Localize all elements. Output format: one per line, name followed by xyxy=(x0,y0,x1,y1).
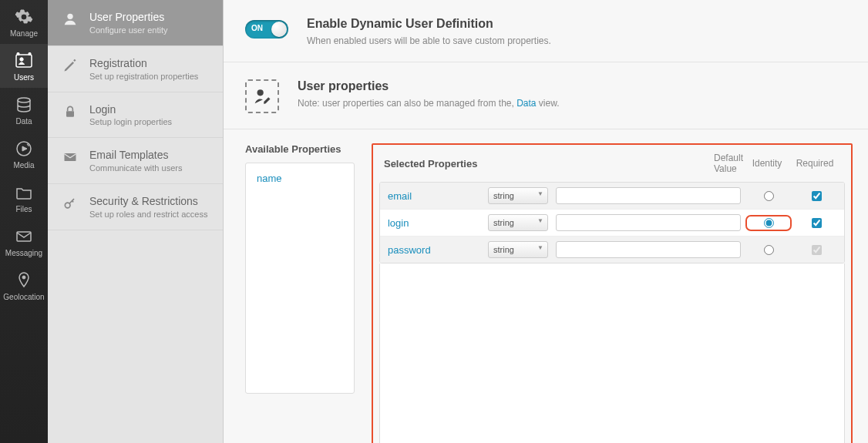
rail-item-label: Users xyxy=(14,73,34,82)
sidebar-item-desc: Communicate with users xyxy=(89,163,182,173)
rail-item-label: Data xyxy=(15,117,32,126)
sidebar-item-desc: Set up registration properties xyxy=(89,72,198,81)
required-checkbox[interactable] xyxy=(812,191,822,201)
panel-desc: When enabled users will be able to save … xyxy=(307,35,551,46)
identity-radio[interactable] xyxy=(764,245,774,255)
gear-icon xyxy=(13,8,35,26)
selected-header: Selected Properties Default Value Identi… xyxy=(379,149,845,182)
rail-item-files[interactable]: Files xyxy=(0,176,48,220)
selected-row: loginstring xyxy=(380,210,844,237)
media-icon xyxy=(13,139,35,158)
default-value-input[interactable] xyxy=(556,214,741,231)
property-name[interactable]: password xyxy=(388,244,480,256)
rail-item-messaging[interactable]: Messaging xyxy=(0,220,48,263)
rail-item-label: Media xyxy=(13,161,34,169)
sidebar-item-security[interactable]: Security & Restrictions Set up roles and… xyxy=(48,184,223,230)
svg-rect-0 xyxy=(16,55,32,67)
svg-point-1 xyxy=(20,58,23,61)
rail-item-manage[interactable]: Manage xyxy=(0,0,48,44)
type-select[interactable]: string xyxy=(488,187,548,204)
toggle-state-label: ON xyxy=(251,24,263,32)
svg-point-12 xyxy=(257,89,264,96)
svg-point-8 xyxy=(67,14,72,19)
col-required: Required xyxy=(791,158,839,169)
rail-item-label: Geolocation xyxy=(3,293,44,301)
envelope-icon xyxy=(13,227,35,246)
primary-rail: Manage Users Data Media Files Messaging … xyxy=(0,0,48,443)
selected-body-space xyxy=(379,263,845,443)
toggle-knob xyxy=(271,22,287,37)
col-default: Default Value xyxy=(714,153,743,174)
folder-icon xyxy=(13,183,35,202)
selected-row: passwordstring xyxy=(380,237,844,263)
rail-item-label: Messaging xyxy=(5,249,42,257)
selected-properties: Selected Properties Default Value Identi… xyxy=(372,143,853,443)
sidebar-item-registration[interactable]: Registration Set up registration propert… xyxy=(48,46,223,92)
rail-item-media[interactable]: Media xyxy=(0,132,48,176)
enable-dynamic-panel: ON Enable Dynamic User Definition When e… xyxy=(224,0,868,62)
note-suffix: view. xyxy=(537,98,560,109)
selected-row: emailstring xyxy=(380,183,844,210)
dynamic-definition-toggle[interactable]: ON xyxy=(245,20,288,39)
pencil-icon xyxy=(62,57,79,74)
required-checkbox xyxy=(812,245,822,255)
sidebar-item-title: Email Templates xyxy=(89,149,182,162)
sidebar-item-title: Security & Restrictions xyxy=(89,195,207,208)
sidebar-item-email-templates[interactable]: Email Templates Communicate with users xyxy=(48,138,223,184)
user-properties-panel: User properties Note: user properties ca… xyxy=(224,62,868,129)
rail-item-label: Files xyxy=(15,205,32,213)
svg-rect-9 xyxy=(66,111,74,117)
sidebar-item-title: User Properties xyxy=(89,11,168,24)
panel-title: User properties xyxy=(298,79,560,93)
lock-icon xyxy=(62,103,79,120)
selected-title: Selected Properties xyxy=(384,158,561,169)
svg-point-4 xyxy=(18,98,30,102)
sidebar-item-desc: Setup login properties xyxy=(89,117,172,126)
address-card-icon xyxy=(13,52,35,70)
sidebar-item-user-properties[interactable]: User Properties Configure user entity xyxy=(48,0,223,46)
secondary-sidebar: User Properties Configure user entity Re… xyxy=(48,0,224,443)
identity-radio[interactable] xyxy=(764,191,774,201)
rail-item-data[interactable]: Data xyxy=(0,88,48,132)
selected-table: emailstringloginstringpasswordstring xyxy=(379,182,845,263)
available-list: name xyxy=(245,163,355,394)
svg-rect-6 xyxy=(17,232,31,241)
user-edit-icon xyxy=(245,79,279,113)
sidebar-item-title: Registration xyxy=(89,57,198,70)
panel-title: Enable Dynamic User Definition xyxy=(307,17,551,31)
data-view-link[interactable]: Data xyxy=(516,98,536,109)
note-prefix: Note: user properties can also be manage… xyxy=(298,98,516,109)
key-icon xyxy=(62,195,79,212)
properties-section: Available Properties name Selected Prope… xyxy=(224,129,868,443)
sidebar-item-login[interactable]: Login Setup login properties xyxy=(48,92,223,139)
svg-rect-10 xyxy=(65,153,76,161)
panel-note: Note: user properties can also be manage… xyxy=(298,98,560,109)
sidebar-item-desc: Configure user entity xyxy=(89,25,168,35)
sidebar-item-desc: Set up roles and restrict access xyxy=(89,210,207,219)
user-icon xyxy=(62,11,79,28)
type-select[interactable]: string xyxy=(488,214,548,231)
rail-item-users[interactable]: Users xyxy=(0,44,48,88)
pin-icon xyxy=(13,271,35,290)
default-value-input[interactable] xyxy=(556,241,741,258)
database-icon xyxy=(13,96,35,114)
default-value-input[interactable] xyxy=(556,187,741,204)
available-properties: Available Properties name xyxy=(245,143,355,394)
required-checkbox[interactable] xyxy=(812,218,822,228)
available-title: Available Properties xyxy=(245,143,355,155)
type-select[interactable]: string xyxy=(488,241,548,258)
available-item[interactable]: name xyxy=(257,169,343,187)
svg-rect-2 xyxy=(17,53,19,55)
svg-rect-3 xyxy=(29,53,31,55)
main-content: ON Enable Dynamic User Definition When e… xyxy=(224,0,868,443)
rail-item-geolocation[interactable]: Geolocation xyxy=(0,263,48,307)
rail-item-label: Manage xyxy=(10,29,38,38)
property-name[interactable]: login xyxy=(388,217,480,229)
property-name[interactable]: email xyxy=(388,190,480,202)
envelope-icon xyxy=(62,149,79,166)
sidebar-item-title: Login xyxy=(89,103,172,116)
svg-point-11 xyxy=(65,203,70,208)
col-identity: Identity xyxy=(743,158,791,169)
svg-point-7 xyxy=(22,276,25,279)
identity-radio[interactable] xyxy=(764,218,774,228)
